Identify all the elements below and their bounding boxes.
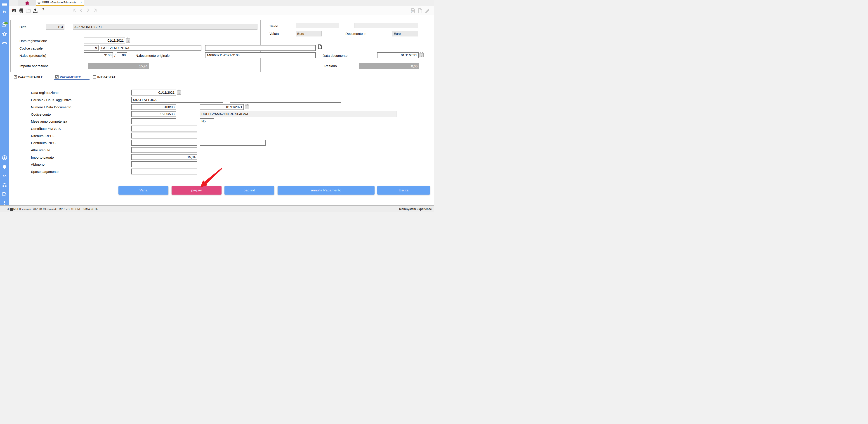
- importo-operazione-label: Importo operazione: [20, 64, 49, 68]
- new-document-icon[interactable]: [418, 8, 422, 14]
- more-icon[interactable]: [0, 201, 9, 204]
- tab-iva-checkbox[interactable]: [14, 75, 17, 79]
- tasks-icon[interactable]: 1: [0, 22, 9, 27]
- nav-next-icon[interactable]: [87, 8, 90, 13]
- calendar-icon[interactable]: 3: [245, 105, 249, 109]
- uscita-button[interactable]: Uscita: [377, 186, 430, 195]
- pag-mese-anno-label: Mese anno competenza: [31, 119, 67, 123]
- codice-causale-field[interactable]: [84, 45, 98, 51]
- pag-inps-label: Contributo INPS: [31, 141, 55, 145]
- documento-in-field: Euro: [392, 31, 418, 36]
- ec-logo[interactable]: ec: [0, 173, 9, 178]
- pag-altre-ritenute-label: Altre ritenute: [31, 148, 50, 152]
- saldo-field-1: [296, 23, 339, 28]
- ndoc-orig-field[interactable]: [205, 52, 316, 58]
- residuo-field: 0,00: [359, 63, 419, 69]
- help-icon[interactable]: ?: [42, 7, 44, 12]
- pag-irpef-field[interactable]: [131, 133, 197, 139]
- calendar-icon[interactable]: 3: [177, 90, 181, 94]
- pag-ind-button[interactable]: pag.ind: [224, 186, 274, 195]
- codice-causale-extra-field[interactable]: [205, 45, 316, 51]
- support-icon[interactable]: [0, 182, 9, 188]
- pag-codice-conto-field[interactable]: [131, 111, 176, 117]
- pag-inps-extra-field[interactable]: [200, 140, 266, 146]
- logout-icon[interactable]: [0, 192, 9, 197]
- pag-numero-data-label: Numero / Data Documento: [31, 105, 71, 109]
- toolbar-divider: [61, 7, 61, 13]
- ditta-code-field: 113: [46, 24, 64, 30]
- tab-row-underline: [90, 80, 431, 80]
- pag-importo-pagato-field[interactable]: [131, 154, 197, 160]
- pag-abbuono-field[interactable]: [131, 161, 197, 167]
- ndoc-label: N.doc (protocollo): [20, 54, 46, 57]
- ndoc-field[interactable]: [84, 52, 113, 58]
- pag-mese-anno-flag-field[interactable]: [200, 118, 214, 124]
- tab-intrastat-checkbox[interactable]: [93, 75, 96, 79]
- close-icon[interactable]: ×: [80, 1, 82, 4]
- varia-button[interactable]: Varia: [119, 186, 168, 195]
- data-registrazione-label: Data registrazione: [20, 39, 47, 43]
- nav-prev-icon[interactable]: [80, 8, 83, 13]
- calendar-icon[interactable]: 3: [420, 53, 424, 57]
- pdf-icon[interactable]: PDF: [410, 8, 416, 14]
- pag-altre-ritenute-field[interactable]: [131, 147, 197, 153]
- teamsystem-logo: ts: [0, 9, 9, 15]
- tab-pagamento-underline: [54, 79, 90, 80]
- documento-in-label: Documento in: [345, 32, 366, 35]
- notifications-icon[interactable]: [0, 165, 9, 169]
- pag-inps-field[interactable]: [131, 140, 197, 146]
- phone-icon[interactable]: [0, 41, 9, 46]
- tab-pagamento-checkbox[interactable]: [55, 75, 59, 79]
- nav-last-icon[interactable]: [93, 8, 98, 13]
- folder-icon[interactable]: [26, 8, 31, 13]
- data-documento-label: Data documento: [322, 54, 347, 57]
- pag-causale-field[interactable]: [131, 97, 223, 103]
- tab-intrastat[interactable]: INTRASTAT: [97, 75, 116, 79]
- calendar-icon[interactable]: 3: [126, 38, 130, 43]
- tab-pagamento[interactable]: PAGAMENTO: [60, 75, 81, 79]
- toolbar-right-divider: [407, 7, 407, 13]
- badge-count: 1: [5, 22, 7, 24]
- main-content: Ditta 113 A2Z WORLD S.R.L. Saldo Valuta …: [9, 15, 434, 205]
- tab-iva-contabile[interactable]: IVA/CONTABILE: [18, 75, 43, 79]
- pag-importo-pagato-label: Importo pagato: [31, 156, 54, 159]
- brand-text: TeamSystem Experience: [399, 207, 432, 210]
- ndoc-orig-label: N.documento originale: [135, 54, 169, 57]
- annulla-pagamento-button[interactable]: annulla Pagamento: [278, 186, 375, 195]
- pag-causale-aggiuntiva-field[interactable]: [230, 97, 341, 103]
- pag-spese-field[interactable]: [131, 169, 197, 174]
- app-grid-icon[interactable]: [10, 208, 13, 212]
- ndoc-separator: /: [114, 54, 115, 57]
- home-icon: [25, 1, 29, 5]
- pag-av-button[interactable]: pag.av: [172, 186, 221, 195]
- home-tab[interactable]: [18, 0, 36, 6]
- pag-mese-anno-field[interactable]: [131, 118, 176, 124]
- document-icon[interactable]: [318, 44, 322, 50]
- codice-causale-desc-field[interactable]: [100, 45, 202, 51]
- data-registrazione-field[interactable]: [84, 37, 125, 44]
- codice-causale-label: Codice causale: [20, 47, 43, 50]
- nav-first-icon[interactable]: [72, 8, 76, 13]
- edit-icon[interactable]: [425, 8, 430, 14]
- print-icon[interactable]: [19, 8, 24, 14]
- importo-operazione-field: 15,94: [88, 63, 149, 69]
- status-text: start: MULTI versione: 2021.01.09 comand…: [7, 208, 98, 210]
- ndoc-suffix-field[interactable]: [117, 52, 127, 58]
- document-tab[interactable]: MPRI - Gestione Primanota ×: [36, 0, 84, 6]
- tab-title: MPRI - Gestione Primanota: [42, 1, 79, 4]
- svg-text:PDF: PDF: [411, 10, 415, 12]
- account-icon[interactable]: [0, 155, 9, 160]
- screenshot-icon[interactable]: [11, 8, 17, 14]
- pag-data-registrazione-field[interactable]: [131, 90, 176, 95]
- pag-enpals-field[interactable]: [131, 125, 197, 132]
- pag-data-documento-field[interactable]: [200, 104, 244, 110]
- saldo-field-2: [354, 23, 418, 28]
- pag-numero-field[interactable]: [131, 104, 176, 110]
- ditta-name-field: A2Z WORLD S.R.L.: [73, 24, 257, 30]
- export-icon[interactable]: [33, 8, 38, 14]
- hamburger-menu-icon[interactable]: [0, 3, 9, 6]
- valuta-field: Euro: [296, 31, 322, 36]
- favorites-icon[interactable]: [0, 31, 9, 36]
- data-documento-field[interactable]: [377, 52, 418, 58]
- pag-enpals-label: Contributo ENPALS: [31, 127, 61, 131]
